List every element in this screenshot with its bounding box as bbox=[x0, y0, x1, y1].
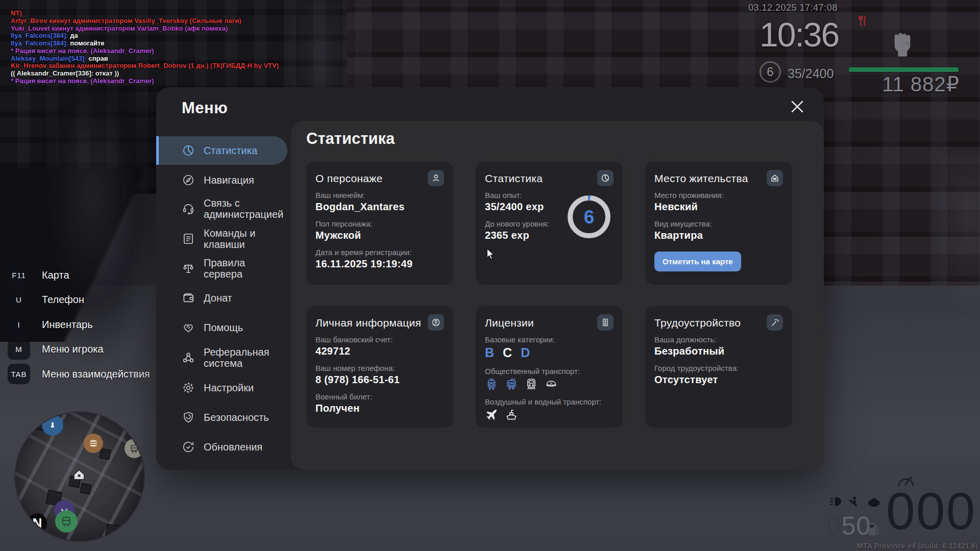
nickname-value: Bogdan_Xantares bbox=[315, 201, 444, 213]
keybind-interaction-menu: TAB Меню взаимодействия bbox=[8, 364, 150, 384]
card-about-character: О персонаже Ваш никнейм: Bogdan_Xantares… bbox=[306, 162, 453, 285]
key-badge: U bbox=[8, 290, 30, 310]
chat-line: Kir_Hrenov забанен администратором Rober… bbox=[11, 62, 279, 70]
chat-line: Yuki_Louvet кикнут администратором Varla… bbox=[11, 25, 279, 33]
person-icon bbox=[428, 170, 444, 186]
chat-log: NT) Artyr_Birov кикнут администратором V… bbox=[11, 10, 279, 85]
shield-icon bbox=[182, 411, 195, 424]
chat-line: Aleksey_Mountain[543]: справ bbox=[11, 55, 279, 63]
chat-line: Ilya_Falcons[384]: да bbox=[11, 32, 279, 40]
military-id-value: Получен bbox=[315, 403, 444, 414]
level-progress-ring: 6 bbox=[567, 194, 611, 239]
category-b: B bbox=[485, 345, 494, 360]
dashboard-indicators bbox=[829, 496, 881, 507]
sidebar-item-updates[interactable]: Обновления bbox=[156, 433, 287, 461]
gear-icon bbox=[182, 381, 195, 394]
sidebar-item-referral-system[interactable]: Реферальная система bbox=[156, 343, 287, 372]
menu-title: Меню bbox=[182, 99, 228, 117]
license-card-icon bbox=[597, 314, 614, 331]
close-icon[interactable] bbox=[789, 98, 805, 115]
minimap: N bbox=[15, 412, 144, 541]
air-water-licenses bbox=[485, 408, 614, 421]
sidebar-item-navigation[interactable]: Навигация bbox=[156, 166, 287, 194]
driver-cap-icon bbox=[545, 378, 558, 391]
card-statistics: Статистика Ваш опыт: 35/2400 exp До ново… bbox=[476, 162, 623, 285]
residence-value: Невский bbox=[654, 201, 783, 213]
card-residence: Место жительства Место проживания: Невск… bbox=[645, 162, 792, 285]
keybind-phone: U Телефон bbox=[8, 290, 150, 310]
card-licenses: Лицензии Базовые категории: B C D Общест… bbox=[476, 306, 623, 428]
money-amount: 11 882₽ bbox=[882, 72, 960, 96]
fork-knife-icon bbox=[857, 15, 866, 29]
menu-panel: Меню Статистика Навигация Связь с админи… bbox=[156, 87, 824, 470]
map-marker-home bbox=[70, 466, 88, 484]
game-screen: NT) Artyr_Birov кикнут администратором V… bbox=[0, 0, 980, 551]
pickaxe-icon bbox=[767, 314, 783, 331]
server-datetime: 03.12.2025 17:47:08 bbox=[748, 3, 838, 13]
sidebar-item-donate[interactable]: Донат bbox=[156, 284, 287, 312]
bank-account-value: 429712 bbox=[315, 345, 444, 357]
sidebar-item-admin-contact[interactable]: Связь с администрацией bbox=[156, 194, 287, 223]
content-title: Статистика bbox=[306, 130, 395, 148]
tram-icon bbox=[485, 378, 498, 391]
plane-icon bbox=[485, 408, 498, 421]
pie-chart-icon bbox=[597, 170, 614, 186]
chat-line: * Рация висит на поясе. (Aleksandr_Crame… bbox=[11, 47, 279, 55]
menu-content: Статистика О персонаже Ваш никнейм: Bogd… bbox=[291, 121, 824, 470]
compass-icon bbox=[182, 173, 195, 187]
game-watermark: MTA Province #4 (build: 6.12421.9) bbox=[857, 542, 978, 550]
refresh-check-icon bbox=[182, 440, 195, 454]
sidebar-item-commands-keys[interactable]: Команды и клавиши bbox=[156, 224, 287, 253]
fuel-level: 050 bbox=[827, 511, 871, 541]
speedometer-value: 000 bbox=[886, 482, 976, 541]
wallet-icon bbox=[182, 291, 195, 305]
train-icon bbox=[525, 378, 538, 391]
chat-line: (( Aleksandr_Cramer[336]: откат )) bbox=[11, 70, 279, 78]
person-circle-icon bbox=[428, 314, 444, 331]
key-badge: F11 bbox=[8, 265, 30, 285]
sidebar-item-statistics[interactable]: Статистика bbox=[156, 136, 287, 165]
fuel-pump-icon bbox=[867, 521, 879, 539]
keybind-inventory: I Инвентарь bbox=[8, 314, 150, 335]
key-badge: M bbox=[8, 339, 30, 360]
ship-icon bbox=[505, 408, 518, 421]
map-blip bbox=[101, 449, 110, 459]
level-value: 6 bbox=[584, 207, 595, 228]
headlight-icon bbox=[829, 496, 842, 507]
key-badge: I bbox=[8, 314, 30, 335]
job-city-value: Отсутствует bbox=[654, 374, 783, 386]
card-employment: Трудоустройство Ваша должность: Безработ… bbox=[645, 306, 792, 428]
gender-value: Мужской bbox=[315, 230, 444, 241]
mark-on-map-button[interactable]: Отметить на карте bbox=[654, 252, 741, 271]
seatbelt-icon bbox=[849, 496, 860, 507]
trolleybus-icon bbox=[505, 378, 518, 391]
ammo-clip-count: 6 bbox=[767, 65, 773, 79]
game-clock: 10:36 bbox=[760, 15, 839, 54]
scales-icon bbox=[182, 262, 195, 275]
ammo-clip-ring: 6 bbox=[760, 61, 781, 83]
license-categories: B C D bbox=[485, 345, 614, 360]
sidebar-item-settings[interactable]: Настройки bbox=[156, 373, 287, 402]
mouse-cursor bbox=[485, 248, 496, 262]
list-doc-icon bbox=[182, 232, 195, 245]
headset-icon bbox=[182, 202, 195, 215]
key-badge: TAB bbox=[8, 364, 30, 384]
keybind-player-menu: M Меню игрока bbox=[8, 339, 150, 360]
card-personal-info: Личная информация Ваш банковский счет: 4… bbox=[306, 306, 453, 428]
property-type-value: Квартира bbox=[654, 230, 783, 241]
map-blip bbox=[81, 484, 91, 494]
sidebar-item-help[interactable]: Помощь bbox=[156, 313, 287, 342]
phone-number-value: 8 (978) 166-51-61 bbox=[315, 374, 444, 386]
sidebar-item-server-rules[interactable]: Правила сервера bbox=[156, 254, 287, 283]
engine-icon bbox=[867, 496, 881, 507]
chat-line: * Рация висит на поясе. (Aleksandr_Crame… bbox=[11, 78, 279, 85]
home-icon bbox=[767, 170, 783, 186]
ammo-total: 35/2400 bbox=[788, 66, 834, 81]
category-c: C bbox=[503, 345, 512, 360]
job-value: Безработный bbox=[654, 345, 783, 357]
category-d: D bbox=[521, 345, 530, 360]
map-marker-bus bbox=[55, 510, 78, 533]
sidebar-item-security[interactable]: Безопасность bbox=[156, 403, 287, 432]
map-marker-food bbox=[84, 434, 103, 453]
heart-hands-icon bbox=[182, 321, 195, 334]
